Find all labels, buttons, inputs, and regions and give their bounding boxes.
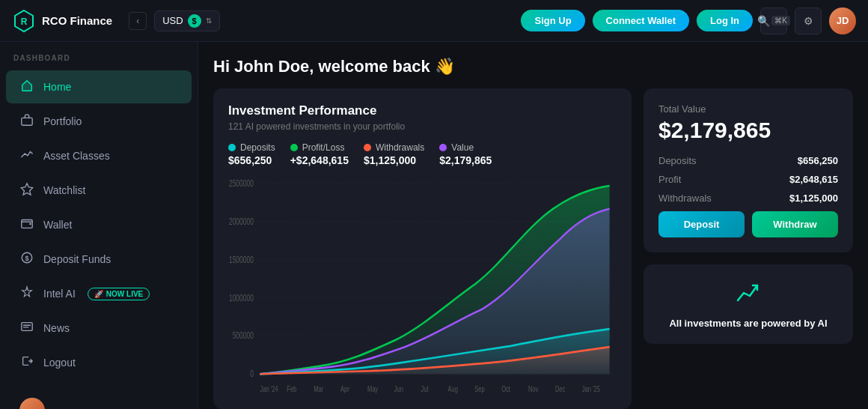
user-profile-row[interactable] bbox=[6, 392, 192, 409]
svg-text:Jun: Jun bbox=[394, 385, 403, 394]
deposits-dot bbox=[228, 144, 236, 151]
right-panel: Total Value $2,179,865 Deposits $656,250… bbox=[644, 88, 853, 409]
currency-selector[interactable]: USD $ ⇅ bbox=[154, 10, 219, 31]
home-icon bbox=[19, 79, 34, 95]
brand-name: RCO Finance bbox=[42, 14, 112, 27]
legend-withdrawals: Withdrawals $1,125,000 bbox=[364, 142, 424, 166]
legend-profit-loss: Profit/Loss +$2,648,615 bbox=[290, 142, 349, 166]
chart-subtitle: 121 AI powered investments in your portf… bbox=[228, 121, 617, 132]
total-value-amount: $2,179,865 bbox=[658, 118, 838, 143]
value-label: Value bbox=[451, 142, 474, 153]
keyboard-shortcut: ⌘K bbox=[771, 16, 790, 25]
login-button[interactable]: Log In bbox=[697, 10, 753, 31]
svg-text:Nov: Nov bbox=[528, 385, 539, 394]
svg-text:2500000: 2500000 bbox=[229, 179, 254, 189]
total-value-label: Total Value bbox=[658, 103, 838, 115]
content-grid: Investment Performance 121 AI powered in… bbox=[213, 88, 853, 409]
currency-label: USD bbox=[162, 15, 183, 26]
legend-value: Value $2,179,865 bbox=[439, 142, 492, 166]
sidebar-item-label-home: Home bbox=[43, 81, 71, 93]
svg-text:Apr: Apr bbox=[340, 385, 349, 394]
stat-row-profit: Profit $2,648,615 bbox=[658, 174, 838, 185]
stat-deposits-value: $656,250 bbox=[798, 155, 838, 166]
sidebar-item-portfolio[interactable]: Portfolio bbox=[6, 105, 192, 138]
sidebar-item-logout[interactable]: Logout bbox=[6, 346, 192, 379]
ai-card: All investments are powered by AI bbox=[644, 264, 853, 344]
withdrawals-dot bbox=[364, 144, 371, 151]
svg-text:Mar: Mar bbox=[314, 385, 323, 394]
sidebar-item-label-logout: Logout bbox=[43, 357, 76, 369]
svg-text:May: May bbox=[367, 385, 379, 394]
wallet-icon bbox=[19, 216, 34, 233]
sidebar-item-label-portfolio: Portfolio bbox=[43, 115, 82, 127]
sidebar-item-deposit-funds[interactable]: $ Deposit Funds bbox=[6, 243, 192, 276]
nav-back-button[interactable]: ‹ bbox=[129, 12, 147, 30]
svg-text:Jan '24: Jan '24 bbox=[260, 385, 278, 394]
svg-text:Jan '25: Jan '25 bbox=[582, 385, 600, 394]
sidebar-user-avatar bbox=[19, 398, 45, 409]
svg-text:1000000: 1000000 bbox=[229, 293, 254, 303]
withdraw-button[interactable]: Withdraw bbox=[752, 211, 838, 237]
profit-label: Profit/Loss bbox=[302, 142, 345, 153]
svg-text:Feb: Feb bbox=[287, 385, 296, 394]
search-button[interactable]: 🔍 ⌘K bbox=[760, 7, 787, 34]
currency-symbol: $ bbox=[188, 14, 201, 28]
intel-ai-icon bbox=[19, 285, 34, 302]
svg-rect-2 bbox=[22, 118, 32, 125]
main-content: Hi John Doe, welcome back 👋 Investment P… bbox=[198, 42, 868, 409]
news-icon bbox=[19, 320, 34, 336]
currency-chevron-icon: ⇅ bbox=[206, 16, 212, 25]
profit-dot bbox=[290, 144, 298, 151]
stat-profit-label: Profit bbox=[658, 174, 681, 185]
svg-text:500000: 500000 bbox=[233, 331, 254, 341]
svg-text:$: $ bbox=[25, 255, 28, 262]
sidebar-bottom bbox=[0, 380, 198, 409]
sidebar-item-watchlist[interactable]: Watchlist bbox=[6, 174, 192, 207]
user-avatar[interactable]: JD bbox=[829, 7, 856, 34]
ai-trend-icon bbox=[735, 279, 762, 312]
value-value: $2,179,865 bbox=[439, 154, 492, 166]
action-buttons: Deposit Withdraw bbox=[658, 211, 838, 237]
sidebar-item-label-intel-ai: Intel AI bbox=[43, 288, 76, 300]
watchlist-icon bbox=[19, 182, 34, 199]
stat-row-withdrawals: Withdrawals $1,125,000 bbox=[658, 193, 838, 204]
sidebar-item-news[interactable]: News bbox=[6, 312, 192, 345]
signup-button[interactable]: Sign Up bbox=[521, 10, 584, 31]
svg-text:Oct: Oct bbox=[501, 385, 510, 394]
logo-area: R RCO Finance bbox=[12, 9, 112, 33]
topnav: R RCO Finance ‹ USD $ ⇅ Sign Up Connect … bbox=[0, 0, 868, 42]
value-dot bbox=[439, 144, 447, 151]
sidebar-item-asset-classes[interactable]: Asset Classes bbox=[6, 139, 192, 172]
svg-text:2000000: 2000000 bbox=[229, 217, 254, 227]
stat-row-deposits: Deposits $656,250 bbox=[658, 155, 838, 166]
svg-text:1500000: 1500000 bbox=[229, 255, 254, 265]
sidebar-item-wallet[interactable]: Wallet bbox=[6, 208, 192, 241]
logo-icon: R bbox=[12, 9, 36, 33]
sidebar-item-intel-ai[interactable]: Intel AI NOW LIVE bbox=[6, 277, 192, 310]
avatar-initials: JD bbox=[837, 15, 849, 26]
withdrawals-value: $1,125,000 bbox=[364, 154, 424, 166]
settings-button[interactable]: ⚙ bbox=[795, 7, 822, 34]
sidebar-item-label-news: News bbox=[43, 322, 70, 334]
ai-card-text: All investments are powered by AI bbox=[669, 318, 827, 329]
svg-text:Sep: Sep bbox=[474, 385, 484, 394]
svg-text:Aug: Aug bbox=[447, 385, 457, 394]
svg-text:0: 0 bbox=[250, 369, 254, 379]
investment-chart: 2500000 2000000 1500000 1000000 500000 0… bbox=[228, 174, 617, 394]
stat-withdrawals-label: Withdrawals bbox=[658, 193, 712, 204]
sidebar-item-label-asset-classes: Asset Classes bbox=[43, 150, 110, 162]
profit-value: +$2,648,615 bbox=[290, 154, 349, 166]
sidebar-item-label-watchlist: Watchlist bbox=[43, 184, 85, 196]
portfolio-icon bbox=[19, 113, 34, 130]
withdrawals-label: Withdrawals bbox=[376, 142, 424, 153]
now-live-badge: NOW LIVE bbox=[88, 288, 150, 300]
stat-deposits-label: Deposits bbox=[658, 155, 697, 166]
search-icon: 🔍 bbox=[757, 15, 770, 27]
asset-classes-icon bbox=[19, 148, 34, 164]
deposit-funds-icon: $ bbox=[19, 251, 34, 267]
connect-wallet-button[interactable]: Connect Wallet bbox=[593, 10, 689, 31]
sidebar-item-home[interactable]: Home bbox=[6, 70, 192, 103]
total-value-card: Total Value $2,179,865 Deposits $656,250… bbox=[644, 88, 853, 252]
svg-text:R: R bbox=[21, 16, 28, 27]
deposit-button[interactable]: Deposit bbox=[658, 211, 745, 237]
